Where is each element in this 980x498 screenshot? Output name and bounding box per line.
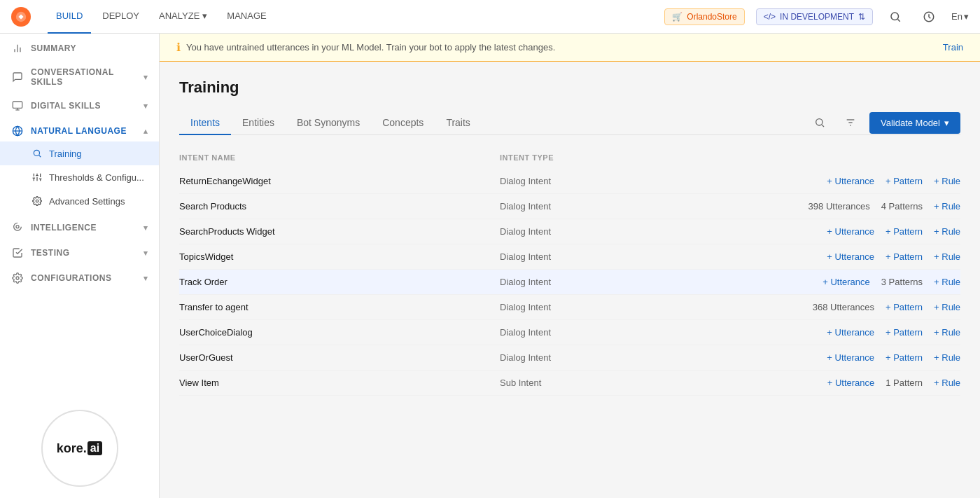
action-link[interactable]: + Rule [934,226,960,237]
svg-rect-7 [13,102,22,108]
intent-actions: + Utterance+ Pattern+ Rule [640,327,960,338]
sidebar-item-testing[interactable]: TESTING ▾ [0,238,159,263]
table-row[interactable]: ReturnEchangeWidgetDialog Intent+ Uttera… [179,169,960,194]
chart-icon [11,42,24,55]
sidebar-sub-training[interactable]: Training [0,141,159,165]
action-link[interactable]: + Utterance [827,378,875,388]
kore-logo-area: kore.ai [0,399,159,498]
action-count: 3 Patterns [881,277,923,287]
filter-icon-btn[interactable] [839,111,862,134]
sidebar-sub-advanced-settings[interactable]: Advanced Settings [0,189,159,213]
info-icon: ℹ [176,41,181,54]
action-link[interactable]: + Pattern [886,226,923,237]
table-row[interactable]: Transfer to agentDialog Intent368 Uttera… [179,295,960,320]
nav-deploy[interactable]: DEPLOY [94,0,148,34]
tab-traits[interactable]: Traits [435,111,481,135]
tab-bot-synonyms[interactable]: Bot Synonyms [286,111,371,135]
action-link[interactable]: + Utterance [827,327,874,338]
intent-actions: + Utterance1 Pattern+ Rule [640,378,960,388]
svg-point-26 [816,119,822,125]
search-icon-btn[interactable] [808,111,832,134]
action-link[interactable]: + Rule [934,176,960,186]
chevron-down-icon: ▾ [144,249,148,258]
nav-analyze[interactable]: ANALYZE ▾ [150,0,216,34]
action-link[interactable]: + Pattern [886,176,923,186]
action-link[interactable]: + Rule [934,201,960,212]
action-link[interactable]: + Pattern [886,327,923,338]
sidebar-item-conversational-skills[interactable]: CONVERSATIONAL SKILLS ▾ [0,59,159,91]
intent-name: View Item [179,378,500,388]
chevron-down-icon: ▾ [144,73,148,82]
sidebar-sub-thresholds[interactable]: Thresholds & Configu... [0,165,159,189]
search-button[interactable] [884,6,906,28]
svg-point-12 [34,150,39,155]
chevron-down-icon: ▾ [944,118,949,128]
lang-button[interactable]: En ▾ [951,11,969,22]
action-link[interactable]: + Rule [934,352,960,363]
table-row[interactable]: View ItemSub Intent+ Utterance1 Pattern+… [179,371,960,396]
store-badge[interactable]: 🛒 OrlandoStore [664,8,744,25]
intent-type: Dialog Intent [500,251,640,262]
gear-icon [11,272,24,284]
tabs-actions: Validate Model ▾ [808,111,960,134]
table-header: INTENT NAME INTENT TYPE [179,149,960,166]
action-link[interactable]: + Pattern [886,251,923,262]
nav-right: 🛒 OrlandoStore </> IN DEVELOPMENT ⇅ En ▾ [664,6,969,28]
svg-point-25 [16,277,19,279]
action-link[interactable]: + Utterance [827,251,874,262]
sidebar: SUMMARY CONVERSATIONAL SKILLS ▾ DIGITAL … [0,34,160,498]
intents-list: ReturnEchangeWidgetDialog Intent+ Uttera… [179,169,960,396]
svg-point-1 [891,13,899,20]
action-count: 368 Utterances [813,302,874,312]
env-badge[interactable]: </> IN DEVELOPMENT ⇅ [756,8,873,25]
kore-logo-text: kore.ai [57,441,102,456]
col-intent-name: INTENT NAME [179,153,500,162]
action-link[interactable]: + Rule [934,302,960,312]
sidebar-item-digital-skills[interactable]: DIGITAL SKILLS ▾ [0,91,159,116]
table-row[interactable]: Search ProductsDialog Intent398 Utteranc… [179,194,960,219]
table-row[interactable]: UserOrGuestDialog Intent+ Utterance+ Pat… [179,345,960,371]
tabs-row: Intents Entities Bot Synonyms Concepts T… [179,111,960,135]
action-link[interactable]: + Rule [934,327,960,338]
app-logo[interactable] [11,7,31,27]
intent-actions: + Utterance+ Pattern+ Rule [640,176,960,186]
content-area: ℹ You have untrained utterances in your … [160,34,980,498]
training-icon [31,147,43,160]
page-title: Training [179,78,960,97]
sidebar-item-intelligence[interactable]: INTELLIGENCE ▾ [0,213,159,238]
sidebar-item-summary[interactable]: SUMMARY [0,34,159,59]
action-link[interactable]: + Utterance [827,226,874,237]
sidebar-item-natural-language[interactable]: NATURAL LANGUAGE ▴ [0,116,159,141]
tab-concepts[interactable]: Concepts [371,111,435,135]
validate-model-button[interactable]: Validate Model ▾ [869,112,960,134]
notification-bar: ℹ You have untrained utterances in your … [160,34,980,62]
table-row[interactable]: Track OrderDialog Intent+ Utterance3 Pat… [179,270,960,295]
action-count: 1 Pattern [886,378,923,388]
action-link[interactable]: + Rule [934,277,960,287]
action-link[interactable]: + Utterance [827,352,874,363]
nav-build[interactable]: BUILD [48,0,91,34]
table-row[interactable]: TopicsWidgetDialog Intent+ Utterance+ Pa… [179,244,960,270]
tab-entities[interactable]: Entities [231,111,286,135]
top-nav: BUILD DEPLOY ANALYZE ▾ MANAGE 🛒 OrlandoS… [0,0,980,34]
nav-manage[interactable]: MANAGE [218,0,274,34]
clock-button[interactable] [918,6,940,28]
svg-line-27 [822,125,824,127]
action-link[interactable]: + Utterance [827,176,874,186]
table-row[interactable]: SearchProducts WidgetDialog Intent+ Utte… [179,219,960,244]
train-link[interactable]: Train [943,42,963,53]
action-link[interactable]: + Rule [934,251,960,262]
sidebar-item-configurations[interactable]: CONFIGURATIONS ▾ [0,263,159,289]
tab-intents[interactable]: Intents [179,111,231,135]
action-link[interactable]: + Utterance [822,277,870,287]
table-row[interactable]: UserChoiceDialogDialog Intent+ Utterance… [179,320,960,345]
action-link[interactable]: + Pattern [886,302,923,312]
intent-type: Dialog Intent [500,352,640,363]
page-content: Training Intents Entities Bot Synonyms C… [160,62,980,498]
chevron-down-icon: ▾ [144,274,148,283]
action-link[interactable]: + Rule [934,378,960,388]
intent-type: Sub Intent [500,378,640,388]
settings-icon [31,195,43,207]
action-link[interactable]: + Pattern [886,352,923,363]
intent-actions: + Utterance+ Pattern+ Rule [640,352,960,363]
